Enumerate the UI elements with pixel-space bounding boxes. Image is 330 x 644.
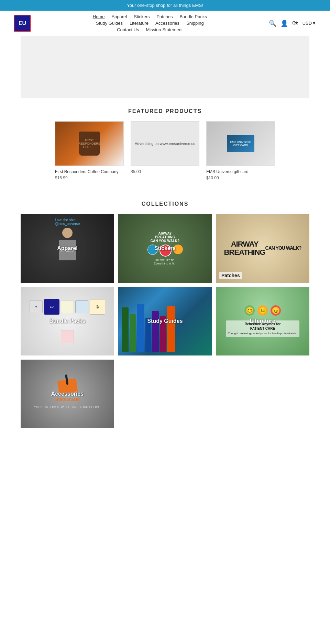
patches-visual: AIRWAYBREATHINGCAN YOU WALK? — [220, 237, 305, 260]
collection-literature-label: Literature — [216, 287, 309, 355]
collections-section: COLLECTIONS Love the shirt@ems_universe … — [0, 201, 330, 442]
logo[interactable]: EU — [14, 15, 31, 32]
cart-button[interactable]: 🛍 — [292, 20, 298, 27]
product-image-ad: Advertising on www.emsuniverse.co — [131, 121, 199, 166]
product-card-coffee[interactable]: FIRSTRESPONDERSCOFFEE First Responders C… — [55, 121, 124, 180]
account-button[interactable]: 👤 — [280, 20, 288, 27]
banner-text: Your one-stop shop for all things EMS! — [127, 3, 203, 8]
collection-studyguides[interactable]: Study Guides — [118, 287, 212, 355]
product-title-coffee: First Responders Coffee Company — [55, 169, 124, 174]
nav-patches[interactable]: Patches — [156, 14, 173, 19]
nav-mission-statement[interactable]: Mission Statement — [146, 27, 183, 32]
featured-products-title: FEATURED PRODUCTS — [0, 108, 330, 114]
hero-banner — [21, 36, 309, 98]
nav-accessories[interactable]: Accessories — [155, 21, 179, 26]
bottom-spacer — [0, 442, 330, 463]
collection-patches-label: Patches — [219, 272, 242, 279]
nav-literature[interactable]: Literature — [130, 21, 148, 26]
main-nav: Home Apparel Stickers Patches Bundle Pac… — [31, 14, 269, 32]
collections-title: COLLECTIONS — [21, 201, 309, 207]
nav-apparel[interactable]: Apparel — [111, 14, 127, 19]
product-card-gift[interactable]: EMS UNIVERSEGIFT CARD EMS Universe gift … — [206, 121, 275, 180]
product-price-ad: $5.00 — [131, 169, 199, 174]
top-banner: Your one-stop shop for all things EMS! — [0, 0, 330, 11]
collection-bundle[interactable]: ★ EU 🦆 Bundle Packs — [21, 287, 114, 355]
nav-row-3: Contact Us Mission Statement — [117, 27, 183, 32]
collection-patches[interactable]: AIRWAYBREATHINGCAN YOU WALK? Patches — [216, 214, 309, 283]
collection-literature[interactable]: 😊 😐 😠 Reflective Rhymes forPATIENT CARET… — [216, 287, 309, 355]
nav-row-2: Study Guides Literature Accessories Ship… — [96, 21, 204, 26]
nav-contact-us[interactable]: Contact Us — [117, 27, 139, 32]
product-price-gift: $10.00 — [206, 176, 275, 180]
header-icons: 🔍 👤 🛍 USD▼ — [269, 20, 316, 27]
nav-study-guides[interactable]: Study Guides — [96, 21, 123, 26]
search-button[interactable]: 🔍 — [269, 20, 276, 27]
collection-bundle-label: Bundle Packs — [21, 287, 114, 355]
product-image-gift: EMS UNIVERSEGIFT CARD — [206, 121, 275, 166]
header: EU Home Apparel Stickers Patches Bundle … — [0, 11, 330, 36]
products-grid: FIRSTRESPONDERSCOFFEE First Responders C… — [0, 121, 330, 191]
product-card-ad[interactable]: Advertising on www.emsuniverse.co $5.00 — [131, 121, 199, 180]
product-image-coffee: FIRSTRESPONDERSCOFFEE — [55, 121, 124, 166]
collection-apparel-label: Apparel — [21, 214, 114, 283]
collections-grid: Love the shirt@ems_universe AIRWAYBREATH… — [21, 214, 309, 428]
collection-accessories-label: Accessories — [21, 360, 114, 428]
nav-home[interactable]: Home — [93, 14, 105, 19]
nav-shipping[interactable]: Shipping — [186, 21, 204, 26]
collection-stickers-label: Stickers — [118, 214, 212, 283]
product-title-gift: EMS Universe gift card — [206, 169, 275, 174]
featured-products-section: FEATURED PRODUCTS FIRSTRESPONDERSCOFFEE … — [0, 108, 330, 191]
currency-selector[interactable]: USD▼ — [302, 21, 316, 26]
product-price-coffee: $15.99 — [55, 176, 124, 180]
nav-row-1: Home Apparel Stickers Patches Bundle Pac… — [93, 14, 207, 19]
collection-stickers[interactable]: AIRWAYBREATHINGCAN YOU WALK? I'm fine. I… — [118, 214, 212, 283]
collection-apparel[interactable]: Love the shirt@ems_universe AIRWAYBREATH… — [21, 214, 114, 283]
nav-stickers[interactable]: Stickers — [134, 14, 150, 19]
logo-area[interactable]: EU — [14, 15, 31, 32]
nav-bundle-packs[interactable]: Bundle Packs — [179, 14, 207, 19]
collection-accessories[interactable]: Steth⊙Safe YOU SAVE LIVES. WE'LL SAVE YO… — [21, 360, 114, 428]
collection-studyguides-label: Study Guides — [118, 287, 212, 355]
